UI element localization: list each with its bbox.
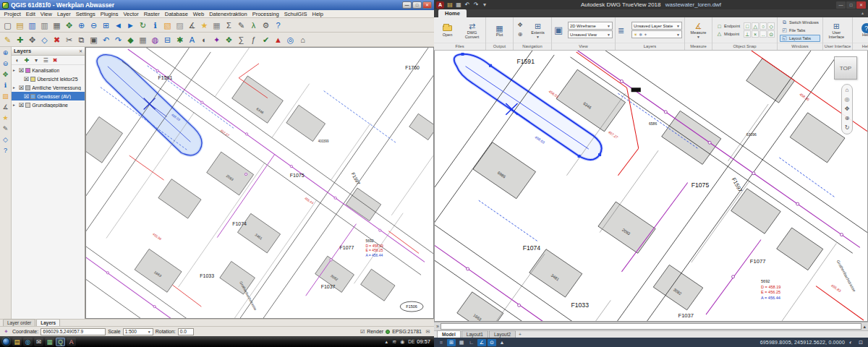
layer-state-dropdown[interactable]: Unsaved Layer State ▼ xyxy=(631,22,682,30)
side-node-icon[interactable]: ◇ xyxy=(1,135,11,145)
snap-tangent-icon[interactable]: ⊙ xyxy=(767,30,775,38)
layer-item[interactable]: ▸☒Kanalisation xyxy=(12,66,85,74)
menu-item-edit[interactable]: Edit xyxy=(23,11,38,17)
menu-item-datenextraktion[interactable]: Datenextraktion xyxy=(207,11,250,17)
mail-icon[interactable]: ✉ xyxy=(34,338,43,346)
file-tabs-button[interactable]: ◰ File Tabs xyxy=(780,27,820,34)
language-indicator[interactable]: DE xyxy=(408,339,414,344)
new-layout-icon[interactable]: + xyxy=(516,331,524,338)
new-project-icon[interactable]: ▢ xyxy=(2,20,14,31)
menu-item-view[interactable]: View xyxy=(38,11,54,17)
tv-close-button[interactable]: ✕ xyxy=(856,1,866,9)
print-composer-icon[interactable]: ▦ xyxy=(51,20,63,31)
menu-item-raster[interactable]: Raster xyxy=(141,11,162,17)
plot-button[interactable]: ▦ Plot xyxy=(488,23,511,38)
zoom-next-icon[interactable]: ► xyxy=(125,20,137,31)
close-button[interactable]: ✕ xyxy=(422,1,432,9)
command-input[interactable] xyxy=(441,323,862,330)
ribbon-minimize-icon[interactable]: ▴ xyxy=(861,9,864,17)
midpoint-toggle[interactable]: △ Midpoint xyxy=(715,30,741,38)
remove-layer-icon[interactable]: ✖ xyxy=(51,56,59,64)
panel-files-label[interactable]: Files xyxy=(434,43,485,50)
annotation-icon[interactable]: ✎ xyxy=(236,20,247,31)
snap-node-icon[interactable]: ◇ xyxy=(767,22,775,30)
zoom-full-icon[interactable]: ⊞ xyxy=(101,20,112,31)
help-contents-icon[interactable]: ? xyxy=(273,20,284,31)
menu-item-plugins[interactable]: Plugins xyxy=(98,11,121,17)
polar-tracking-icon[interactable]: ∠ xyxy=(477,339,486,346)
menu-item-vector[interactable]: Vector xyxy=(121,11,141,17)
layer-styling-icon[interactable]: ◐ xyxy=(199,34,210,46)
layer-item[interactable]: ☒Übersicht lektor25 xyxy=(12,74,85,83)
browser-icon[interactable]: ◎ xyxy=(23,338,33,346)
snap-extension-icon[interactable]: ‥ xyxy=(760,30,767,38)
pan-tool-icon[interactable]: ✥ xyxy=(516,21,524,30)
panel-windows-label[interactable]: Windows xyxy=(778,43,822,50)
identify-icon[interactable]: ℹ xyxy=(150,20,161,31)
expand-all-icon[interactable]: ☰ xyxy=(42,56,50,64)
side-select-icon[interactable]: ▧ xyxy=(1,92,11,101)
qat-plot-icon[interactable]: ▦ xyxy=(454,1,463,9)
add-group-icon[interactable]: ✚ xyxy=(23,56,31,64)
files-icon[interactable]: ▦ xyxy=(45,338,54,346)
measure-icon[interactable]: ∡ xyxy=(187,20,198,31)
expand-icon[interactable]: ▸ xyxy=(13,103,17,107)
layout-tabs-button[interactable]: ◱ Layout Tabs xyxy=(780,35,820,42)
topology-checker-icon[interactable]: ▲ xyxy=(273,34,284,46)
options-icon[interactable]: ⚙ xyxy=(260,20,272,31)
bottom-tab-layer-order[interactable]: Layer order xyxy=(3,319,35,326)
panel-output-label[interactable]: Output xyxy=(486,43,513,50)
epsg-button[interactable]: EPSG:21781 xyxy=(392,329,422,334)
script-runner-icon[interactable]: ƒ xyxy=(248,34,260,46)
side-pan-icon[interactable]: ✥ xyxy=(1,70,11,80)
grid-display-icon[interactable]: ▦ xyxy=(457,339,466,346)
layer-dropdown[interactable]: ☀ ❄ ✦ ▼ xyxy=(631,30,682,38)
open-project-icon[interactable]: ▤ xyxy=(14,20,26,31)
panel-object-snap-label[interactable]: Object Snap xyxy=(712,43,777,50)
field-calculator-icon[interactable]: Σ xyxy=(224,20,235,31)
move-feature-icon[interactable]: ✥ xyxy=(27,34,38,46)
menu-item-help[interactable]: Help xyxy=(310,11,326,17)
render-checkbox[interactable]: ☑ xyxy=(360,329,365,335)
save-as-icon[interactable]: ▥ xyxy=(39,20,51,31)
side-help-icon[interactable]: ? xyxy=(1,146,11,155)
tv-minimize-button[interactable]: — xyxy=(836,1,846,9)
attribute-table-icon[interactable]: ▦ xyxy=(211,20,223,31)
switch-windows-button[interactable]: ⧉ Switch Windows xyxy=(780,19,820,26)
minimize-button[interactable]: — xyxy=(402,1,412,9)
dwg-convert-button[interactable]: ⇄ DWG Convert xyxy=(461,21,483,40)
zoom-tool-icon[interactable]: ⊕ xyxy=(516,30,524,39)
side-bookmark-icon[interactable]: ★ xyxy=(1,113,11,123)
check-geometry-icon[interactable]: ✔ xyxy=(260,34,272,46)
clean-screen-icon[interactable]: ⊡ xyxy=(856,339,865,346)
network-icon[interactable]: ≋ xyxy=(391,338,398,346)
paste-features-icon[interactable]: ▣ xyxy=(88,34,100,46)
expand-icon[interactable]: ▸ xyxy=(13,85,17,90)
tab-model[interactable]: Model xyxy=(437,330,461,338)
snap-mode-icon[interactable]: ⊞ xyxy=(447,339,456,346)
panel-navigation-label[interactable]: Navigation xyxy=(514,43,551,50)
pan-icon[interactable]: ✥ xyxy=(843,105,851,113)
tab-layout2[interactable]: Layout2 xyxy=(489,330,516,338)
qat-undo-icon[interactable]: ↶ xyxy=(463,1,472,9)
panel-measure-label[interactable]: Measure xyxy=(685,43,712,50)
steering-wheel-icon[interactable]: ◎ xyxy=(843,95,851,104)
snap-intersection-icon[interactable]: × xyxy=(752,30,759,38)
toggle-editing-icon[interactable]: ✎ xyxy=(2,34,14,46)
viewcube[interactable]: TOP xyxy=(834,56,857,80)
annotation-scale-icon[interactable]: ▲ xyxy=(498,339,506,346)
qat-open-icon[interactable]: ▤ xyxy=(446,1,454,9)
qgis-map-canvas[interactable]: F1591F1760F1075F1597F1074F1077F1033F1037… xyxy=(86,48,433,318)
layer-item[interactable]: ☒Gewässer (AV) xyxy=(12,92,85,100)
snap-center-icon[interactable]: ○ xyxy=(760,22,767,30)
layer-checkbox[interactable]: ☒ xyxy=(19,67,24,74)
select-features-icon[interactable]: ▧ xyxy=(162,20,174,31)
orbit-icon[interactable]: ↻ xyxy=(843,124,851,132)
add-raster-layer-icon[interactable]: ▦ xyxy=(137,34,149,46)
visual-style-dropdown[interactable]: 2D Wireframe ▼ xyxy=(568,22,613,30)
trueview-icon[interactable]: A xyxy=(67,338,76,346)
named-view-dropdown[interactable]: Unsaved View ▼ xyxy=(568,30,613,38)
panel-close-icon[interactable]: ✕ xyxy=(79,48,82,53)
add-feature-icon[interactable]: ✚ xyxy=(14,34,26,46)
explorer-icon[interactable]: ▤ xyxy=(12,338,22,346)
